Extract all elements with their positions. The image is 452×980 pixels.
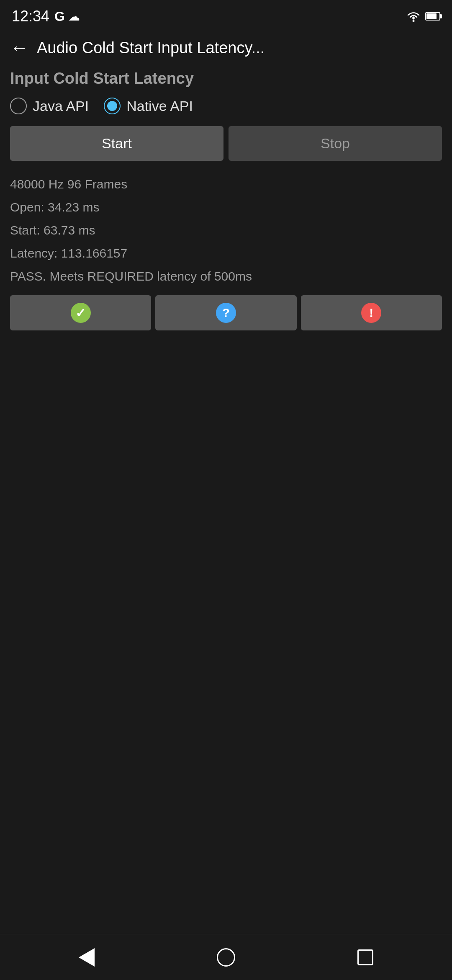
cloud-icon: ☁: [68, 10, 80, 23]
battery-container: [425, 12, 440, 21]
wifi-icon: [406, 10, 421, 22]
status-button-row: ✓ ? !: [10, 295, 442, 330]
radio-java-api[interactable]: Java API: [10, 98, 89, 114]
fail-icon: !: [361, 303, 381, 323]
status-bar-left: 12:34 G ☁: [12, 8, 80, 25]
info-section: 48000 Hz 96 Frames Open: 34.23 ms Start:…: [10, 173, 442, 287]
recents-square-icon: [357, 949, 373, 965]
info-line-3: Start: 63.73 ms: [10, 219, 442, 241]
radio-java-label: Java API: [33, 98, 89, 114]
radio-native-outer: [104, 98, 121, 114]
back-button[interactable]: ←: [10, 39, 28, 57]
info-icon: ?: [216, 303, 236, 323]
bottom-nav: [0, 934, 452, 980]
nav-recents-button[interactable]: [353, 945, 378, 970]
status-bar-right: [406, 10, 440, 22]
nav-back-button[interactable]: [74, 945, 99, 970]
status-pass-button[interactable]: ✓: [10, 295, 151, 330]
radio-native-api[interactable]: Native API: [104, 98, 193, 114]
svg-point-0: [413, 20, 415, 22]
info-line-5: PASS. Meets REQUIRED latency of 500ms: [10, 266, 442, 287]
app-title: Audio Cold Start Input Latency...: [37, 39, 265, 57]
status-time: 12:34: [12, 8, 49, 25]
nav-home-button[interactable]: [213, 945, 239, 970]
status-icons-left: G ☁: [54, 9, 80, 24]
section-title: Input Cold Start Latency: [10, 70, 442, 88]
info-line-4: Latency: 113.166157: [10, 242, 442, 264]
start-button[interactable]: Start: [10, 126, 223, 161]
status-fail-button[interactable]: !: [301, 295, 442, 330]
radio-native-label: Native API: [126, 98, 193, 114]
button-row: Start Stop: [10, 126, 442, 161]
stop-button[interactable]: Stop: [229, 126, 442, 161]
home-circle-icon: [217, 948, 235, 967]
app-bar: ← Audio Cold Start Input Latency...: [0, 30, 452, 65]
pass-icon: ✓: [71, 303, 91, 323]
battery-icon: [425, 12, 440, 21]
info-line-2: Open: 34.23 ms: [10, 196, 442, 218]
radio-group: Java API Native API: [10, 98, 442, 114]
radio-java-outer: [10, 98, 27, 114]
main-content: Input Cold Start Latency Java API Native…: [0, 65, 452, 934]
google-icon: G: [54, 9, 65, 24]
status-info-button[interactable]: ?: [155, 295, 296, 330]
status-bar: 12:34 G ☁: [0, 0, 452, 30]
back-triangle-icon: [79, 948, 95, 967]
info-line-1: 48000 Hz 96 Frames: [10, 173, 442, 195]
radio-native-inner: [107, 101, 117, 111]
